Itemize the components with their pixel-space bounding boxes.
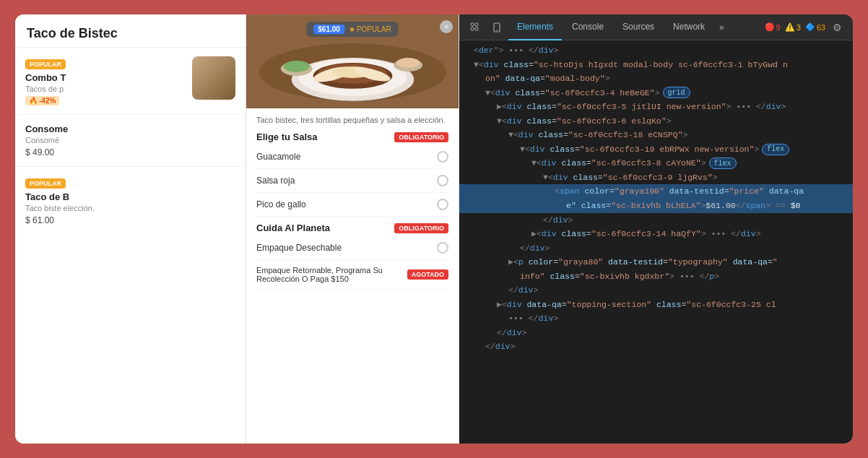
dom-line: <der"> ••• </div>: [459, 43, 853, 58]
popular-badge: popular: [25, 178, 66, 189]
product-price-row: 🔥 -42%: [25, 96, 185, 105]
radio-pico[interactable]: [437, 199, 448, 210]
svg-point-9: [396, 58, 420, 68]
warning-icon: ⚠️: [785, 22, 795, 32]
devtools-panel: Elements Console Sources Network » 🔴 9 ⚠…: [459, 14, 853, 444]
settings-button[interactable]: ⚙: [827, 17, 847, 38]
option-pico[interactable]: Pico de gallo: [256, 193, 448, 217]
required-badge-2: Obligatorio: [394, 223, 448, 233]
svg-rect-16: [475, 27, 478, 30]
fire-icon: 🔥: [29, 97, 38, 105]
radio-empaque-desechable[interactable]: [437, 242, 448, 254]
dom-line: ▼ <div class="sc-6f0ccfc3-18 eCNSPQ">: [459, 128, 853, 142]
dom-line: </div>: [459, 283, 853, 298]
discount-badge: 🔥 -42%: [25, 96, 59, 105]
dom-line: </div>: [459, 241, 853, 256]
dom-line: ▼ <div class="sc-6f0ccfc3-19 ebRPWx new-…: [459, 142, 853, 157]
dom-line: ▶ <div class="sc-6f0ccfc3-14 haQfY"> •••…: [459, 227, 853, 241]
cursor-icon-btn[interactable]: [465, 17, 485, 38]
agotado-badge: Agotado: [407, 269, 448, 280]
product-name: Taco de B: [25, 191, 235, 202]
product-info: Consome Consomé $ 49.00: [25, 124, 235, 157]
list-item[interactable]: Consome Consomé $ 49.00: [15, 115, 246, 167]
dom-line-highlighted-2: e" class="sc-bxivhb bLhELA"> $61.00 </sp…: [459, 199, 853, 213]
product-list-panel: Taco de Bistec popular Combo T Tacos de …: [15, 14, 246, 444]
dom-line: ••• </div>: [459, 311, 853, 326]
error-badge: 🔴 9: [765, 22, 781, 32]
tooltip-price: $61.00: [313, 25, 344, 34]
product-detail-panel: × $61.00 ★ POPULAR: [246, 14, 459, 444]
product-price: $ 49.00: [25, 147, 54, 157]
svg-rect-14: [471, 27, 474, 30]
list-item[interactable]: popular Taco de B Taco biste elección. $…: [15, 167, 246, 234]
dom-line: ▼ <div class="sc-6f0ccfc3-8 cAYoNE"> fle…: [459, 156, 853, 170]
dom-line: ▶ <div class="sc-6f0ccfc3-5 jitlUI new-v…: [459, 100, 853, 114]
popular-badge: popular: [25, 59, 66, 69]
error-icon: 🔴: [765, 22, 775, 32]
phone-icon-btn[interactable]: [487, 17, 507, 38]
svg-point-7: [284, 61, 310, 72]
dom-line: </div>: [459, 326, 853, 340]
product-name: Combo T: [25, 72, 185, 83]
option-empaque-retornable[interactable]: Empaque Retornable, Programa Su Recolecc…: [256, 260, 448, 290]
option-empaque-desechable[interactable]: Empaque Desechable: [256, 236, 448, 260]
detail-subtitle: Taco bistec, tres tortillas pequeñas y s…: [256, 116, 448, 124]
dom-line: info" class="sc-bxivhb kgdxbr"> ••• </p>: [459, 269, 853, 284]
dom-line: ▼ <div class="sc-6f0ccfc3-4 heBeGE"> gri…: [459, 86, 853, 100]
price-tooltip: $61.00 ★ POPULAR: [306, 22, 398, 37]
dom-line: ▶ <p color="graya80" data-testid="typogr…: [459, 255, 853, 269]
section-title-salsa: Elige tu Salsa Obligatorio: [256, 131, 448, 142]
svg-point-18: [496, 30, 498, 31]
dom-line: ▶ <div data-qa="topping-section" class="…: [459, 298, 853, 312]
required-badge: Obligatorio: [394, 132, 448, 142]
option-salsa-roja[interactable]: Salsa roja: [256, 169, 448, 193]
info-badge: 🔷 63: [805, 22, 825, 32]
tooltip-popular: ★ POPULAR: [349, 25, 391, 33]
product-info: popular Taco de B Taco biste elección. $…: [25, 176, 235, 225]
product-price-row: $ 61.00: [25, 215, 235, 225]
dom-line: ▼ <div class="sc-htoDjs hIgxdt modal-bod…: [459, 58, 853, 72]
product-desc: Taco biste elección.: [25, 204, 235, 212]
devtools-badges: 🔴 9 ⚠️ 3 🔷 63: [765, 22, 826, 32]
dom-line: on" data-qa="modal-body">: [459, 72, 853, 86]
product-info: popular Combo T Tacos de p 🔥 -42%: [25, 56, 185, 105]
close-button[interactable]: ×: [440, 20, 453, 33]
tab-console[interactable]: Console: [563, 14, 612, 40]
product-name: Consome: [25, 124, 235, 134]
detail-body: Taco bistec, tres tortillas pequeñas y s…: [246, 108, 459, 444]
product-desc: Consomé: [25, 136, 235, 144]
svg-rect-15: [475, 23, 478, 26]
info-icon: 🔷: [805, 22, 815, 32]
tab-network[interactable]: Network: [664, 14, 713, 40]
dom-line: </div>: [459, 340, 853, 354]
option-guacamole[interactable]: Guacamole: [256, 145, 448, 169]
dom-line: ▼ <div class="sc-6f0ccfc3-9 ljgRvs">: [459, 170, 853, 185]
product-price: $ 61.00: [25, 215, 54, 225]
product-image: [192, 56, 235, 100]
tab-elements[interactable]: Elements: [508, 14, 562, 40]
product-price-row: $ 49.00: [25, 147, 235, 157]
devtools-header: Elements Console Sources Network » 🔴 9 ⚠…: [459, 14, 853, 40]
dom-line: ▼ <div class="sc-6f0ccfc3-6 eslqKo">: [459, 114, 853, 129]
warning-badge: ⚠️ 3: [785, 22, 801, 32]
radio-guacamole[interactable]: [437, 151, 448, 163]
dom-line: </div>: [459, 213, 853, 228]
list-item[interactable]: popular Combo T Tacos de p 🔥 -42%: [15, 48, 246, 115]
more-tabs-button[interactable]: »: [715, 18, 729, 37]
dom-tree: <der"> ••• </div> ▼ <div class="sc-htoDj…: [459, 40, 853, 444]
panel-title: Taco de Bistec: [15, 14, 246, 48]
dom-line-highlighted: <span color="graya100" data-testid="pric…: [459, 184, 853, 199]
product-desc: Tacos de p: [25, 85, 185, 93]
product-cards-list: popular Combo T Tacos de p 🔥 -42% Consom…: [15, 48, 246, 444]
section-title-planeta: Cuida Al Planeta Obligatorio: [256, 222, 448, 233]
radio-salsa-roja[interactable]: [437, 175, 448, 186]
tab-sources[interactable]: Sources: [614, 14, 663, 40]
svg-rect-13: [471, 23, 474, 26]
